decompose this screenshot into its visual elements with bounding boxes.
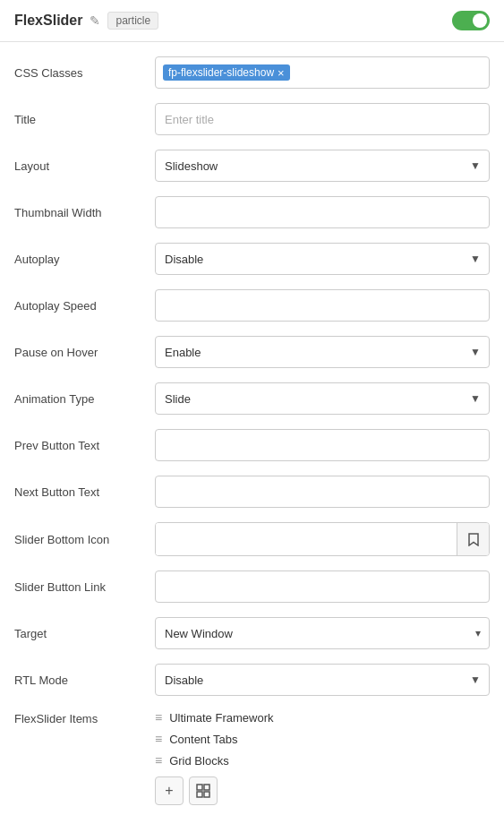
autoplay-speed-input[interactable]: 5000 <box>155 289 490 322</box>
rtl-mode-select-wrapper: Disable Enable ▼ <box>155 664 490 696</box>
item-name: Grid Blocks <box>169 754 228 768</box>
page-title: FlexSlider <box>14 13 82 29</box>
grid-view-button[interactable] <box>189 776 218 805</box>
bookmark-icon <box>466 532 481 546</box>
layout-select[interactable]: Slideshow Carousel <box>155 150 490 182</box>
autoplay-select-wrapper: Disable Enable ▼ <box>155 243 490 275</box>
autoplay-speed-label: Autoplay Speed <box>14 299 144 313</box>
grid-icon <box>196 784 210 798</box>
add-item-button[interactable]: + <box>155 776 184 805</box>
slider-bottom-icon-wrapper: fa fa-bookmark-o fa-fw <box>155 522 490 556</box>
animation-type-row: Animation Type Slide Fade ▼ <box>14 382 490 415</box>
thumbnail-width-input[interactable]: 150 <box>155 196 490 228</box>
animation-type-label: Animation Type <box>14 392 144 406</box>
next-button-text-row: Next Button Text Next <box>14 476 490 508</box>
flexslider-items-label: FlexSlider Items <box>14 710 144 805</box>
list-item: ≡ Content Tabs <box>155 732 490 746</box>
flexslider-items-section: FlexSlider Items ≡ Ultimate Framework ≡ … <box>14 710 490 805</box>
target-select[interactable]: New Window Same Window <box>155 617 490 649</box>
icon-picker-button[interactable] <box>457 523 489 555</box>
svg-rect-0 <box>197 785 202 790</box>
items-list: ≡ Ultimate Framework ≡ Content Tabs ≡ Gr… <box>155 710 490 805</box>
autoplay-row: Autoplay Disable Enable ▼ <box>14 243 490 275</box>
header: FlexSlider ✎ particle <box>0 0 504 42</box>
svg-rect-1 <box>204 785 209 790</box>
drag-handle-icon[interactable]: ≡ <box>155 753 162 768</box>
next-button-text-label: Next Button Text <box>14 485 144 499</box>
svg-rect-3 <box>204 792 209 797</box>
css-classes-label: CSS Classes <box>14 66 144 80</box>
prev-button-text-label: Prev Button Text <box>14 439 144 452</box>
css-classes-input[interactable]: fp-flexslider-slideshow × <box>155 56 490 89</box>
pause-on-hover-select[interactable]: Enable Disable <box>155 336 490 368</box>
slider-bottom-icon-label: Slider Bottom Icon <box>14 533 144 546</box>
thumbnail-width-row: Thumbnail Width 150 <box>14 196 490 228</box>
title-label: Title <box>14 113 144 126</box>
edit-icon[interactable]: ✎ <box>90 13 100 28</box>
layout-label: Layout <box>14 159 144 173</box>
autoplay-speed-row: Autoplay Speed 5000 <box>14 289 490 322</box>
rtl-mode-select[interactable]: Disable Enable <box>155 664 490 696</box>
target-row: Target New Window Same Window ▾ <box>14 617 490 649</box>
pause-on-hover-row: Pause on Hover Enable Disable ▼ <box>14 336 490 368</box>
prev-button-text-input[interactable]: Prev <box>155 429 490 461</box>
title-row: Title <box>14 103 490 135</box>
css-class-tag: fp-flexslider-slideshow × <box>163 64 290 81</box>
pause-on-hover-label: Pause on Hover <box>14 346 144 359</box>
item-name: Ultimate Framework <box>169 711 273 725</box>
list-item: ≡ Ultimate Framework <box>155 710 490 725</box>
drag-handle-icon[interactable]: ≡ <box>155 710 162 725</box>
form-body: CSS Classes fp-flexslider-slideshow × Ti… <box>0 42 504 815</box>
title-input[interactable] <box>155 103 490 135</box>
animation-type-select[interactable]: Slide Fade <box>155 382 490 415</box>
item-name: Content Tabs <box>169 733 237 746</box>
slider-button-link-input[interactable]: http://www.rockettheme.com/j <box>155 570 490 603</box>
tag-text: fp-flexslider-slideshow <box>168 66 274 79</box>
slider-bottom-icon-row: Slider Bottom Icon fa fa-bookmark-o fa-f… <box>14 522 490 556</box>
slider-button-link-row: Slider Button Link http://www.rocketthem… <box>14 570 490 603</box>
layout-select-wrapper: Slideshow Carousel ▼ <box>155 150 490 182</box>
items-action-buttons: + <box>155 776 490 805</box>
target-label: Target <box>14 627 144 640</box>
rtl-mode-label: RTL Mode <box>14 673 144 687</box>
target-select-wrapper: New Window Same Window ▾ <box>155 617 490 649</box>
slider-bottom-icon-input[interactable]: fa fa-bookmark-o fa-fw <box>156 523 457 555</box>
rtl-mode-row: RTL Mode Disable Enable ▼ <box>14 664 490 696</box>
list-item: ≡ Grid Blocks <box>155 753 490 768</box>
svg-rect-2 <box>197 792 202 797</box>
css-classes-row: CSS Classes fp-flexslider-slideshow × <box>14 56 490 89</box>
drag-handle-icon[interactable]: ≡ <box>155 732 162 746</box>
autoplay-label: Autoplay <box>14 253 144 266</box>
prev-button-text-row: Prev Button Text Prev <box>14 429 490 461</box>
thumbnail-width-label: Thumbnail Width <box>14 206 144 219</box>
tag-close-icon[interactable]: × <box>278 67 285 79</box>
autoplay-select[interactable]: Disable Enable <box>155 243 490 275</box>
next-button-text-input[interactable]: Next <box>155 476 490 508</box>
slider-button-link-label: Slider Button Link <box>14 580 144 594</box>
particle-badge: particle <box>107 12 158 30</box>
layout-row: Layout Slideshow Carousel ▼ <box>14 150 490 182</box>
enable-toggle[interactable] <box>452 11 490 30</box>
animation-type-select-wrapper: Slide Fade ▼ <box>155 382 490 415</box>
pause-on-hover-select-wrapper: Enable Disable ▼ <box>155 336 490 368</box>
